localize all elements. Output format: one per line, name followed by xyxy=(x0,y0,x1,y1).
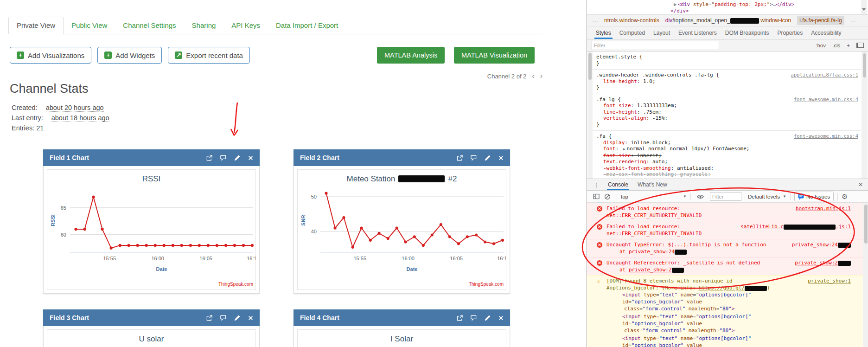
console-source-link[interactable]: https://goo.gl/ xyxy=(699,285,745,291)
text: "options_bgcolor" xyxy=(632,342,684,347)
live-expression-eye-icon[interactable] xyxy=(697,194,704,199)
console-source-link[interactable]: private_show:24 xyxy=(792,242,838,248)
dock-sidebar-icon[interactable] xyxy=(856,43,864,48)
console-tab-what-s-new[interactable]: What's New xyxy=(633,179,672,190)
console-scrollbar[interactable] xyxy=(863,203,868,347)
tab-channel-settings[interactable]: Channel Settings xyxy=(115,17,184,34)
add-widgets-button[interactable]: +Add Widgets xyxy=(97,47,162,64)
tab-data-import-export[interactable]: Data Import / Export xyxy=(268,17,346,34)
styles-filter-input[interactable] xyxy=(592,41,719,50)
console-source-link[interactable]: private_show:2 xyxy=(629,267,672,273)
devtools-tab-accessibility[interactable]: Accessibility xyxy=(807,26,845,39)
more-menu-icon[interactable]: ⋮ xyxy=(587,181,603,188)
comment-icon[interactable] xyxy=(471,315,477,321)
tab-private-view[interactable]: Private View xyxy=(8,17,64,34)
expander-icon[interactable]: ▶ xyxy=(623,147,625,151)
styles-left-scrollbar[interactable] xyxy=(587,51,593,179)
add-visualizations-button[interactable]: +Add Visualizations xyxy=(10,47,91,64)
console-source-link[interactable]: bootstrap.min.js:1 xyxy=(796,206,851,212)
edit-pencil-icon[interactable] xyxy=(485,315,491,321)
console-source-link[interactable]: private_show:24 xyxy=(629,249,675,255)
edit-pencil-icon[interactable] xyxy=(234,315,240,321)
external-link-icon[interactable] xyxy=(457,155,463,161)
close-drawer-icon[interactable]: ✕ xyxy=(853,181,868,188)
scroll-down-icon[interactable] xyxy=(862,8,866,11)
breadcrumb-item[interactable]: … xyxy=(850,17,856,24)
console-tab-console[interactable]: Console xyxy=(603,179,633,190)
toggle-hover-state[interactable]: :hov xyxy=(816,43,826,48)
scrollbar-thumb[interactable] xyxy=(863,53,866,77)
text: style xyxy=(690,1,708,7)
console-source-link[interactable]: satelliteLib-c xyxy=(740,224,784,230)
edit-pencil-icon[interactable] xyxy=(485,155,491,161)
matlab-analysis-button[interactable]: MATLAB Analysis xyxy=(377,47,445,64)
tab-public-view[interactable]: Public View xyxy=(64,17,115,34)
matlab-visualization-button[interactable]: MATLAB Visualization xyxy=(454,47,535,64)
toggle-classes[interactable]: .cls xyxy=(832,43,840,48)
new-style-rule-button[interactable]: + xyxy=(847,43,850,48)
devtools-tab-event-listeners[interactable]: Event Listeners xyxy=(674,26,721,39)
external-link-icon[interactable] xyxy=(457,315,463,321)
css-close-brace: } xyxy=(596,122,857,128)
comment-icon[interactable] xyxy=(220,155,226,161)
scrollbar-thumb[interactable] xyxy=(864,205,868,244)
external-link-icon[interactable] xyxy=(206,155,212,161)
elements-scrollbar[interactable] xyxy=(861,0,867,14)
dom-element-entry[interactable]: <input type="text" name="options[bgcolor… xyxy=(606,313,798,334)
svg-text:SNR: SNR xyxy=(300,215,306,225)
console-source-link[interactable]: private_show:1 xyxy=(808,278,851,284)
text: id xyxy=(622,321,628,327)
no-issues-badge[interactable]: No Issues xyxy=(794,192,834,201)
devtools-tab-layout[interactable]: Layout xyxy=(649,26,674,39)
breadcrumb-item[interactable]: div#options_modal_open_.window-icon xyxy=(665,17,791,24)
text: Uncaught TypeError: $(...).tooltip is no… xyxy=(606,242,766,248)
breadcrumb-item[interactable]: i.fa.fa-pencil.fa-lg xyxy=(797,16,844,25)
stylesheet-source-link[interactable]: application…87faa.css:1 xyxy=(791,72,858,78)
devtools-tab-styles[interactable]: Styles xyxy=(592,26,615,39)
console-source-link[interactable]: private_show:2 xyxy=(795,260,838,266)
comment-icon[interactable] xyxy=(220,315,226,321)
gear-icon[interactable]: ⚙ xyxy=(842,193,848,201)
tab-sharing[interactable]: Sharing xyxy=(184,17,224,34)
console-source-link[interactable]: .js:1 xyxy=(836,224,851,230)
breadcrumb-item[interactable]: … xyxy=(593,17,598,24)
panel-title: Field 3 Chart xyxy=(50,314,198,321)
clear-console-icon[interactable] xyxy=(604,193,611,200)
chevron-down-icon: ▼ xyxy=(683,194,687,199)
text: = xyxy=(639,328,643,334)
close-icon[interactable] xyxy=(248,315,253,321)
close-icon[interactable] xyxy=(498,315,504,321)
prev-channel-button[interactable]: ‹ xyxy=(532,72,534,80)
comment-icon[interactable] xyxy=(471,155,477,161)
styles-scrollbar[interactable] xyxy=(862,51,868,179)
dom-element-entry[interactable]: <input type="text" name="options[bgcolor… xyxy=(606,335,798,347)
log-levels-selector[interactable]: Default levels xyxy=(748,194,780,199)
close-icon[interactable] xyxy=(498,155,504,161)
css-close-brace: } xyxy=(596,60,857,67)
context-selector[interactable]: top xyxy=(621,194,628,199)
text: value xyxy=(683,342,702,347)
toolbar-separator xyxy=(617,193,617,200)
tab-api-keys[interactable]: API Keys xyxy=(223,17,268,34)
edit-pencil-icon[interactable] xyxy=(234,155,240,161)
close-icon[interactable] xyxy=(248,155,253,161)
channel-actions-row: +Add Visualizations +Add Widgets ↗Export… xyxy=(10,47,250,64)
devtools-tab-dom-breakpoints[interactable]: DOM Breakpoints xyxy=(721,26,773,39)
stylesheet-source-link[interactable]: font-awesome.min.css:4 xyxy=(794,133,858,140)
next-channel-button[interactable]: › xyxy=(540,72,542,80)
elements-markup-line: </div> xyxy=(670,8,689,14)
stylesheet-source-link[interactable]: font-awesome.min.css:4 xyxy=(794,96,858,103)
devtools-tab-properties[interactable]: Properties xyxy=(773,26,807,39)
field-1-chart-panel: Field 1 ChartRSSI606515:5516:0016:0516:1… xyxy=(43,149,260,294)
devtools-tab-computed[interactable]: Computed xyxy=(615,26,649,39)
breadcrumb-item[interactable]: ntrols.window-controls xyxy=(604,17,659,24)
svg-text:50: 50 xyxy=(311,194,317,199)
css-property-name: line-height xyxy=(603,78,637,84)
dom-element-entry[interactable]: <input type="text" name="options[bgcolor… xyxy=(606,291,798,312)
console-sidebar-icon[interactable] xyxy=(593,193,600,199)
scrollbar-thumb[interactable] xyxy=(588,53,592,80)
external-link-icon[interactable] xyxy=(206,315,212,321)
export-recent-data-button[interactable]: ↗Export recent data xyxy=(168,47,250,64)
channel-pager-label: Channel 2 of 2 xyxy=(487,73,527,80)
console-filter-input[interactable] xyxy=(710,192,741,201)
